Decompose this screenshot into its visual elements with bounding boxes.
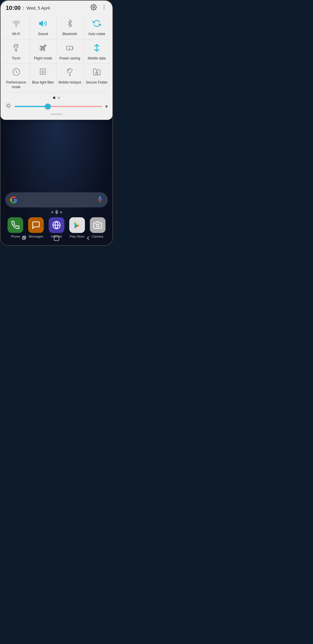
svg-point-37 — [96, 224, 99, 227]
back-button[interactable] — [85, 235, 91, 243]
camera-icon — [90, 217, 105, 233]
tile-securefolder-label: Secure Folder — [86, 80, 108, 85]
brightness-thumb[interactable] — [45, 104, 51, 109]
autorotate-icon — [93, 19, 101, 30]
tile-torch[interactable]: Torch — [3, 40, 30, 64]
recent-apps-button[interactable] — [22, 235, 28, 243]
tile-bluelightfilter[interactable]: B Blue light filter — [30, 64, 57, 93]
svg-line-23 — [6, 104, 7, 104]
quick-tiles-grid: Wi-Fi Sound Bluetooth — [1, 14, 112, 94]
settings-icon[interactable] — [90, 4, 97, 12]
status-date: Wed, 5 April — [26, 6, 50, 10]
internet-icon — [49, 217, 64, 233]
svg-text:B: B — [42, 70, 45, 74]
svg-rect-40 — [54, 236, 59, 240]
tile-performance-label: Performance mode — [5, 80, 28, 89]
home-button[interactable] — [53, 235, 60, 243]
quick-settings-panel: 10:00 | Wed, 5 April — [1, 1, 112, 120]
status-time: 10:00 — [6, 5, 21, 11]
tile-performance[interactable]: Performance mode — [3, 64, 30, 93]
performance-icon — [12, 68, 20, 78]
tile-securefolder[interactable]: Secure Folder — [83, 64, 110, 93]
drag-handle-bar — [51, 114, 62, 115]
google-logo — [10, 196, 17, 204]
tile-flightmode-label: Flight mode — [34, 56, 52, 61]
bottom-nav-bar — [1, 232, 112, 245]
tile-wifi-label: Wi-Fi — [12, 32, 20, 37]
nav-dot-left — [51, 211, 53, 213]
phone-icon — [8, 217, 23, 233]
mobiledata-icon — [93, 44, 101, 54]
status-bar: 10:00 | Wed, 5 April — [1, 1, 112, 14]
messages-icon — [28, 217, 44, 233]
bluelightfilter-icon: B — [39, 68, 47, 78]
playstore-icon — [69, 217, 85, 233]
wifi-icon — [12, 19, 20, 30]
tile-wifi[interactable]: Wi-Fi — [3, 15, 30, 40]
bluetooth-icon — [66, 19, 74, 30]
home-indicator-icon — [56, 210, 58, 214]
tile-torch-label: Torch — [12, 56, 20, 61]
status-bar-left: 10:00 | Wed, 5 April — [6, 5, 50, 11]
flightmode-icon — [39, 44, 47, 54]
svg-line-14 — [14, 70, 15, 71]
svg-point-3 — [104, 9, 105, 10]
svg-point-20 — [7, 104, 10, 107]
svg-point-1 — [104, 5, 105, 6]
google-search-bar[interactable] — [5, 192, 108, 207]
brightness-icon — [5, 102, 12, 110]
securefolder-icon — [93, 68, 101, 78]
hotspot-icon — [66, 68, 74, 78]
tile-mobiledata[interactable]: Mobile data — [83, 40, 110, 64]
svg-line-27 — [6, 107, 7, 108]
more-options-icon[interactable] — [101, 4, 107, 12]
tile-hotspot[interactable]: Mobile hotspot — [57, 64, 83, 93]
svg-line-28 — [10, 104, 10, 104]
tile-powersaving[interactable]: Power saving — [57, 40, 83, 64]
homescreen-page-dots — [1, 211, 112, 213]
tile-autorotate[interactable]: Auto rotate — [83, 15, 110, 40]
tile-powersaving-label: Power saving — [59, 56, 80, 61]
page-dot-1 — [53, 97, 55, 99]
brightness-expand-icon[interactable]: ▾ — [105, 103, 108, 110]
brightness-row: ▾ — [1, 101, 112, 113]
tile-bluelightfilter-label: Blue light filter — [32, 80, 54, 85]
svg-rect-39 — [23, 236, 26, 238]
tile-bluetooth[interactable]: Bluetooth — [57, 15, 83, 40]
tile-flightmode[interactable]: Flight mode — [30, 40, 57, 64]
svg-point-2 — [104, 7, 105, 8]
tile-mobiledata-label: Mobile data — [88, 56, 106, 61]
sound-icon — [39, 19, 47, 30]
svg-marker-5 — [40, 21, 43, 26]
nav-dot-right — [60, 211, 62, 213]
page-dot-2 — [58, 97, 60, 99]
tile-hotspot-label: Mobile hotspot — [59, 80, 81, 85]
drag-handle[interactable] — [1, 113, 112, 116]
page-indicators — [1, 94, 112, 101]
powersaving-icon — [66, 44, 74, 54]
status-divider: | — [23, 6, 24, 11]
nav-home-indicator — [56, 211, 58, 213]
svg-line-24 — [10, 107, 10, 108]
svg-point-0 — [93, 6, 94, 8]
mic-icon[interactable] — [97, 196, 103, 204]
svg-point-19 — [96, 71, 97, 73]
tile-autorotate-label: Auto rotate — [88, 32, 105, 37]
tile-sound[interactable]: Sound — [30, 15, 57, 40]
status-bar-right — [90, 4, 107, 12]
tile-sound-label: Sound — [38, 32, 48, 37]
torch-icon — [12, 44, 20, 54]
svg-line-7 — [14, 45, 15, 46]
brightness-slider[interactable] — [14, 106, 102, 107]
svg-point-4 — [16, 26, 17, 26]
tile-bluetooth-label: Bluetooth — [62, 32, 77, 37]
search-input[interactable] — [21, 196, 93, 203]
